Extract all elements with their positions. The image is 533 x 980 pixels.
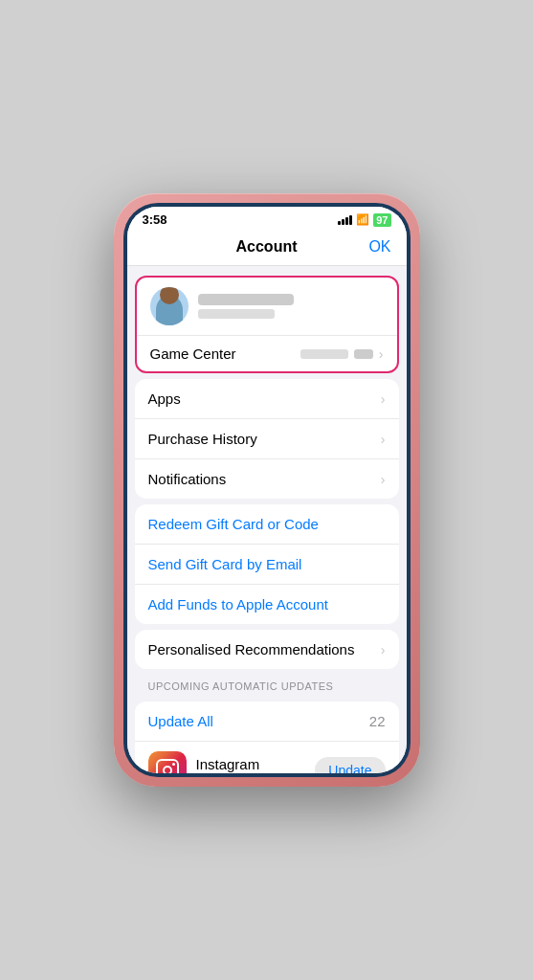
phone-frame: 3:58 📶 97 Account OK	[114, 193, 420, 787]
apps-item[interactable]: Apps ›	[135, 379, 399, 419]
apps-chevron: ›	[381, 391, 386, 407]
game-center-value: ›	[300, 346, 384, 362]
screen: 3:58 📶 97 Account OK	[127, 207, 407, 773]
status-bar: 3:58 📶 97	[127, 207, 407, 231]
updates-group: Update All 22 Instagram	[135, 702, 399, 773]
purchase-history-chevron: ›	[381, 432, 386, 447]
signal-icon	[338, 215, 352, 225]
chevron-icon: ›	[379, 346, 384, 362]
recommendations-item[interactable]: Personalised Recommendations ›	[135, 630, 399, 669]
game-center-label: Game Center	[150, 345, 236, 362]
phone-inner: 3:58 📶 97 Account OK	[123, 203, 411, 777]
instagram-icon	[148, 751, 187, 773]
instagram-camera-icon	[156, 759, 179, 773]
recommendations-chevron: ›	[381, 642, 386, 657]
send-gift-item[interactable]: Send Gift Card by Email	[135, 545, 399, 585]
status-time: 3:58	[143, 212, 167, 227]
updates-section-label: UPCOMING AUTOMATIC UPDATES	[127, 675, 407, 696]
game-center-value-blur2	[354, 349, 373, 359]
purchase-history-label: Purchase History	[148, 431, 257, 447]
apps-label: Apps	[148, 390, 181, 407]
instagram-date: 3 Days Ago	[196, 772, 316, 774]
scroll-content: Game Center › Apps › P	[127, 266, 407, 773]
page-title: Account	[236, 238, 298, 256]
purchase-history-item[interactable]: Purchase History ›	[135, 419, 399, 459]
recommendations-label: Personalised Recommendations	[148, 641, 355, 657]
update-all-label: Update All	[148, 713, 213, 729]
redeem-label: Redeem Gift Card or Code	[148, 516, 319, 532]
updates-section: UPCOMING AUTOMATIC UPDATES Update All 22	[127, 675, 407, 773]
account-profile-row[interactable]	[137, 278, 397, 336]
instagram-update-button[interactable]: Update	[315, 757, 385, 773]
update-count: 22	[369, 713, 386, 729]
nav-header: Account OK	[127, 231, 407, 266]
game-center-row[interactable]: Game Center ›	[137, 336, 397, 371]
notifications-chevron: ›	[381, 472, 386, 487]
recommendations-section: Personalised Recommendations ›	[135, 630, 399, 669]
wifi-icon: 📶	[356, 213, 369, 226]
instagram-update-row: Instagram 3 Days Ago Update	[135, 742, 399, 773]
ok-button[interactable]: OK	[368, 238, 390, 256]
status-icons: 📶 97	[338, 213, 390, 227]
instagram-info: Instagram 3 Days Ago	[196, 756, 316, 774]
menu-section: Apps › Purchase History › Notifications …	[135, 379, 399, 499]
gift-card-section: Redeem Gift Card or Code Send Gift Card …	[135, 504, 399, 624]
add-funds-label: Add Funds to Apple Account	[148, 596, 328, 612]
game-center-value-blur1	[300, 349, 348, 359]
notifications-item[interactable]: Notifications ›	[135, 459, 399, 499]
account-name-blurred	[198, 294, 294, 305]
redeem-item[interactable]: Redeem Gift Card or Code	[135, 504, 399, 545]
battery-icon: 97	[373, 213, 390, 227]
send-gift-label: Send Gift Card by Email	[148, 556, 302, 572]
instagram-name: Instagram	[196, 756, 316, 772]
update-all-row[interactable]: Update All 22	[135, 702, 399, 742]
account-email-blurred	[198, 309, 275, 319]
account-info	[198, 294, 384, 319]
add-funds-item[interactable]: Add Funds to Apple Account	[135, 585, 399, 624]
avatar	[150, 287, 189, 325]
notifications-label: Notifications	[148, 471, 227, 487]
account-section-highlighted: Game Center ›	[135, 276, 399, 373]
